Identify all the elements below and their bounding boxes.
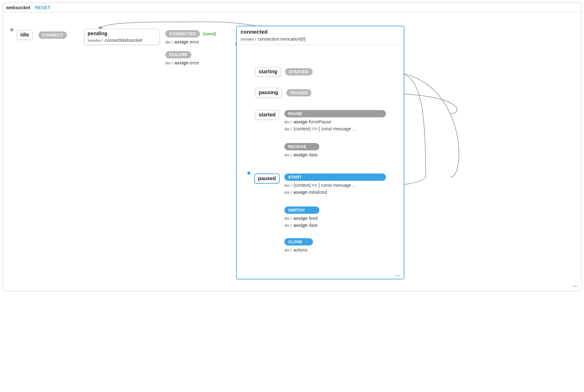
state-pending[interactable]: pending invoke / connectWebsocket — [84, 29, 160, 45]
event-connected-assign: error — [189, 39, 199, 44]
state-pending-label: pending — [88, 31, 107, 36]
state-idle[interactable]: idle — [17, 30, 33, 40]
statechart-panel: websocket RESET — [3, 3, 581, 291]
state-connected-label: connected — [241, 29, 400, 35]
do-prefix: do / — [165, 61, 174, 65]
assign-kw: assign — [294, 152, 308, 157]
event-paused[interactable]: PAUSED — [286, 89, 311, 96]
state-paused[interactable]: paused — [254, 173, 280, 184]
do-prefix: do / — [284, 248, 293, 252]
do-prefix: do / — [284, 153, 293, 157]
event-switch-label: SWITCH — [288, 208, 304, 212]
state-starting-label: starting — [259, 69, 277, 74]
event-failure-assign: error — [189, 60, 199, 65]
assign-kw: assign — [175, 39, 189, 44]
event-pause-r2: (context) => { const message … — [294, 126, 357, 131]
state-pending-invoke: connectWebsocket — [105, 38, 142, 43]
state-started[interactable]: started — [255, 110, 279, 120]
event-connect[interactable]: CONNECT — [38, 31, 67, 39]
resize-handle[interactable] — [395, 274, 401, 276]
event-start-r2: initialized — [308, 190, 327, 195]
event-failure[interactable]: FAILURE do / assign error — [165, 51, 199, 65]
do-prefix: do / — [284, 216, 293, 221]
invoke-prefix: invoke / — [241, 37, 257, 42]
assign-kw: assign — [175, 60, 189, 65]
state-connected[interactable]: connected invoke / connection:invocation… — [236, 26, 404, 279]
initial-marker-connected — [247, 172, 250, 175]
panel-header: websocket RESET — [3, 3, 581, 12]
event-paused-label: PAUSED — [290, 90, 308, 95]
do-prefix: do / — [284, 190, 293, 195]
event-switch-r1: feed — [308, 216, 317, 221]
invoke-prefix: invoke / — [88, 38, 104, 43]
initial-marker — [10, 28, 13, 31]
do-prefix: do / — [284, 127, 293, 131]
do-prefix: do / — [284, 223, 293, 228]
event-switch-r2: data — [308, 223, 317, 228]
event-receive[interactable]: RECEIVE do / assign data — [284, 143, 329, 157]
event-close[interactable]: CLOSE do / actions — [284, 238, 319, 252]
assign-kw: assign — [294, 190, 308, 195]
event-pause-r1: forcePause — [308, 119, 331, 124]
event-connect-label: CONNECT — [42, 33, 63, 37]
state-connected-invoke: connection:invocation[0] — [258, 36, 305, 42]
event-close-label: CLOSE — [288, 239, 302, 244]
event-start[interactable]: START do / (context) => { const message … — [284, 173, 386, 195]
event-start-r1: (context) => { const message … — [294, 183, 357, 188]
resize-handle-outer[interactable] — [573, 284, 579, 287]
assign-kw: assign — [294, 119, 308, 124]
panel-title: websocket — [6, 5, 30, 10]
event-connected[interactable]: CONNECTED [cond] do / assign error — [165, 30, 216, 44]
event-connected-cond: [cond] — [203, 31, 216, 36]
do-prefix: do / — [284, 183, 293, 188]
state-idle-label: idle — [20, 32, 29, 37]
event-start-label: START — [288, 175, 302, 180]
event-pause-label: PAUSE — [288, 111, 302, 116]
state-started-label: started — [259, 112, 275, 117]
state-pausing[interactable]: pausing — [255, 88, 282, 97]
state-starting[interactable]: starting — [255, 67, 281, 76]
state-paused-label: paused — [258, 176, 276, 181]
do-prefix: do / — [165, 40, 174, 44]
assign-kw: assign — [294, 223, 308, 228]
event-receive-r1: data — [308, 152, 317, 157]
event-receive-label: RECEIVE — [288, 144, 306, 149]
state-pausing-label: pausing — [259, 90, 278, 95]
event-started[interactable]: STARTED — [285, 68, 313, 75]
do-prefix: do / — [284, 120, 293, 124]
canvas[interactable]: idle CONNECT pending invoke / connectWeb… — [3, 12, 581, 289]
event-started-label: STARTED — [289, 69, 309, 74]
event-pause[interactable]: PAUSE do / assign forcePause do / (conte… — [284, 110, 386, 131]
event-close-r1: actions — [294, 247, 308, 252]
assign-kw: assign — [294, 216, 308, 221]
event-failure-label: FAILURE — [169, 52, 188, 57]
state-connected-header: connected invoke / connection:invocation… — [237, 26, 404, 45]
reset-button[interactable]: RESET — [35, 5, 50, 10]
event-switch[interactable]: SWITCH do / assign feed do / assign data — [284, 206, 329, 228]
event-connected-label: CONNECTED — [169, 31, 196, 36]
